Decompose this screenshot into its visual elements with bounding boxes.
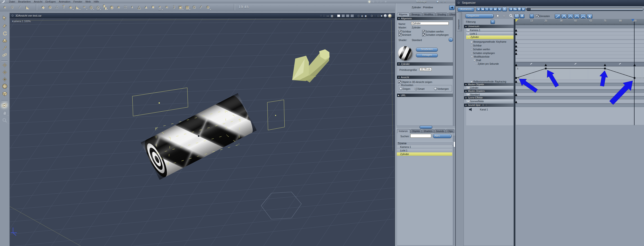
tree-row-drall[interactable]: ▼Drall bbox=[466, 59, 514, 62]
add-key-button[interactable] bbox=[513, 7, 517, 11]
keyframe-marker[interactable] bbox=[515, 41, 517, 43]
insert-tree[interactable]: △ bbox=[136, 4, 142, 11]
list-item-licht1[interactable]: Licht 1 bbox=[397, 149, 452, 152]
search-input[interactable] bbox=[410, 134, 431, 138]
eyedropper-tool[interactable] bbox=[2, 45, 8, 51]
expander-icon[interactable]: ▶ bbox=[468, 87, 469, 89]
timeline-row[interactable] bbox=[516, 93, 644, 96]
properties-scrollbar[interactable] bbox=[453, 16, 455, 126]
expander-icon[interactable]: ▼ bbox=[465, 84, 467, 86]
insert-text[interactable]: T bbox=[61, 4, 66, 11]
collapse-icon[interactable]: ▼ bbox=[398, 18, 400, 20]
schatten-werfen-checkbox[interactable] bbox=[422, 30, 425, 33]
tab-bewegu[interactable]: Bewegu. bbox=[410, 13, 422, 16]
vp-textured-icon[interactable] bbox=[388, 14, 391, 17]
insert-bone[interactable]: ∕ bbox=[198, 4, 204, 11]
menu-bearbeiten[interactable]: Bearbeiten bbox=[18, 0, 31, 3]
window-dot-icon[interactable] bbox=[12, 15, 14, 17]
shader-dropdown[interactable]: » bbox=[449, 38, 453, 42]
tab-clips[interactable]: Clips bbox=[446, 129, 454, 133]
sequencer-title-bar[interactable]: Sequenzer bbox=[456, 0, 644, 6]
viewport-canvas[interactable]: Kamera 1 100% bbox=[10, 18, 395, 246]
tab-modifika[interactable]: Modifika. bbox=[422, 13, 436, 16]
tool-axe[interactable]: ◣ bbox=[24, 4, 30, 11]
expander-icon[interactable]: ▼ bbox=[473, 60, 475, 62]
vp-layout-horiz-icon[interactable] bbox=[342, 15, 345, 17]
expander-icon[interactable]: + bbox=[471, 45, 472, 47]
browser-scrollbar[interactable] bbox=[453, 136, 455, 245]
pan-xy-tool[interactable] bbox=[2, 62, 8, 69]
expander-icon[interactable]: + bbox=[471, 52, 472, 55]
insert-sun-light[interactable]: ☀ bbox=[164, 4, 170, 11]
bearbeiten-button[interactable]: Bearbeiten bbox=[416, 48, 438, 52]
trackball-tool[interactable]: ▸ bbox=[2, 83, 8, 89]
drag-hand-icon[interactable]: ψ bbox=[368, 0, 370, 3]
zoom-tool[interactable]: ▸ bbox=[2, 117, 8, 123]
zoom-extent-button[interactable] bbox=[514, 14, 519, 18]
insert-cluster[interactable]: ∷ bbox=[123, 4, 128, 11]
options-chevron-button[interactable]: » bbox=[530, 14, 534, 18]
timeline-row[interactable] bbox=[516, 32, 644, 35]
timeline-row[interactable] bbox=[516, 100, 644, 103]
expander-icon[interactable]: ▶ bbox=[471, 41, 472, 43]
insert-metaball[interactable]: ∴ bbox=[54, 4, 60, 11]
keyframe-marker[interactable] bbox=[515, 49, 517, 51]
tree-row-szene-effekte[interactable]: ▼Szene-Effekte bbox=[464, 96, 514, 99]
tree-row-licht-1[interactable]: ▶Licht 1 bbox=[466, 32, 514, 35]
preview-render-button[interactable] bbox=[502, 7, 507, 11]
vp-solid-overlay-icon[interactable]: ◆ bbox=[364, 15, 367, 17]
timeline-row[interactable] bbox=[516, 59, 644, 62]
magnify-tool-icon[interactable] bbox=[509, 14, 513, 18]
collapse-icon[interactable]: ▼ bbox=[398, 63, 400, 65]
timeline-row[interactable] bbox=[516, 86, 644, 89]
timeline-row[interactable] bbox=[516, 104, 644, 107]
timeline-row[interactable] bbox=[516, 44, 644, 48]
close-icon[interactable]: × bbox=[444, 0, 446, 3]
vp-wireframe-icon[interactable]: □ bbox=[378, 15, 379, 17]
timeline-row[interactable] bbox=[516, 107, 644, 125]
verbergen-radio[interactable] bbox=[434, 87, 437, 90]
search-filter-dropdown[interactable]: Alles » bbox=[433, 134, 452, 138]
tree-row-schatten-empfangen[interactable]: +Schatten empfangen bbox=[466, 52, 514, 55]
tab-shaders[interactable]: Shaders bbox=[422, 129, 434, 133]
light-tool-icon[interactable]: ☼ bbox=[503, 14, 506, 17]
tween-curve-area[interactable] bbox=[516, 66, 644, 80]
expander-icon[interactable]: ▶ bbox=[468, 29, 469, 32]
primitivengroesse-field[interactable] bbox=[420, 68, 432, 71]
expander-icon[interactable]: ▼ bbox=[465, 26, 467, 28]
insert-target[interactable]: ⊙ bbox=[191, 4, 197, 11]
timeline-row[interactable] bbox=[516, 25, 644, 28]
tween-bezier-button[interactable] bbox=[555, 14, 560, 19]
insert-sphere[interactable]: ⊕ bbox=[47, 4, 53, 11]
zeigen-radio[interactable] bbox=[400, 87, 402, 90]
preview-slider[interactable] bbox=[526, 8, 643, 11]
tree-row-zylinder[interactable]: ▼Zylinder bbox=[466, 35, 514, 39]
vp-layout-single-icon[interactable] bbox=[337, 15, 340, 17]
insert-moon-light[interactable]: ☽ bbox=[171, 4, 176, 11]
keyframe-marker[interactable] bbox=[544, 64, 547, 66]
schatten-empfangen-checkbox[interactable] bbox=[422, 34, 425, 37]
undo-hand-icon[interactable]: ψ bbox=[372, 0, 374, 3]
tab-allgeme[interactable]: Allgeme. bbox=[397, 13, 410, 16]
collapse-icon[interactable]: ▼ bbox=[398, 76, 400, 78]
tween-smooth-button[interactable] bbox=[568, 14, 573, 19]
tree-row-bewegungsmethode--keyframe[interactable]: ▶Bewegungsmethode: Keyframe bbox=[466, 40, 514, 44]
next-key-button[interactable]: ▶ bbox=[521, 7, 526, 11]
vp-layout-split3-icon[interactable] bbox=[346, 15, 349, 17]
cursor-tool-icon[interactable] bbox=[496, 14, 500, 19]
collapse-icon[interactable]: ▶ bbox=[398, 94, 400, 96]
expander-icon[interactable]: ▼ bbox=[465, 90, 467, 92]
tree-row-zyklen-pro-sekunde[interactable]: −Zyklen pro Sekunde bbox=[466, 62, 514, 66]
go-start-button[interactable]: |◀ bbox=[476, 7, 480, 11]
section-zylinder[interactable]: ▼ Zylinder bbox=[397, 62, 453, 66]
vp-hline-overlay-icon[interactable]: ◈ bbox=[361, 15, 363, 17]
smart-radio[interactable] bbox=[414, 87, 418, 90]
sequencer-side-tab[interactable]: Sequenzer bbox=[456, 12, 462, 31]
insert-plant[interactable]: ▲ bbox=[143, 4, 149, 11]
tree-row-sound-spur[interactable]: ▼Sound-Spur+− bbox=[464, 104, 514, 107]
expander-icon[interactable]: + bbox=[471, 49, 472, 51]
vp-pointcloud-icon[interactable]: ◌ bbox=[374, 15, 376, 17]
pan-yz-tool[interactable] bbox=[2, 77, 8, 83]
insert-paint-object[interactable]: ◐ bbox=[130, 4, 135, 11]
sichtbar-checkbox[interactable] bbox=[398, 30, 402, 33]
